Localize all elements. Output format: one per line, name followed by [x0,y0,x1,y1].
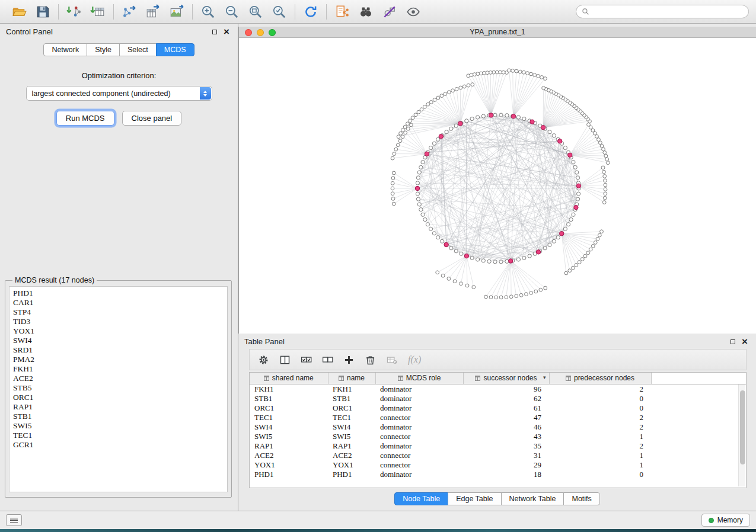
import-network-icon [66,4,82,20]
table-row-SWI5[interactable]: SWI5SWI5connector431 [250,432,746,441]
node-table: shared namenameMCDS rolesuccessor nodes▾… [250,373,746,479]
select-all-icon[interactable] [300,354,312,366]
table-row-ACE2[interactable]: ACE2ACE2connector311 [250,451,746,460]
export-network-button[interactable] [117,2,141,21]
control-panel-tabs: NetworkStyleSelectMCDS [0,43,238,56]
save-button[interactable] [31,2,55,21]
search-input[interactable] [592,8,743,16]
delete-column-icon[interactable] [364,354,377,366]
memory-button[interactable]: Memory [701,514,750,527]
table-row-ORC1[interactable]: ORC1ORC1dominator610 [250,403,746,413]
table-row-FKH1[interactable]: FKH1FKH1dominator962 [250,384,746,394]
table-scrollbar[interactable] [738,384,745,486]
tab-select[interactable]: Select [119,43,157,56]
right-area: YPA_prune.txt_1 Table Panel × f [238,24,756,511]
table-row-STB1[interactable]: STB1STB1dominator620 [250,394,746,403]
result-node[interactable]: STB5 [13,383,224,393]
column-header-successor-nodes[interactable]: successor nodes▾ [463,373,549,384]
result-node[interactable]: SWI4 [13,336,224,345]
import-table-icon [90,4,106,20]
tab-network-table[interactable]: Network Table [501,492,564,505]
column-header-predecessor-nodes[interactable]: predecessor nodes [549,373,651,384]
tab-network[interactable]: Network [43,43,87,56]
result-node[interactable]: PMA2 [13,355,224,364]
table-toolbar: f(x) [249,349,747,370]
result-node[interactable]: FKH1 [13,364,224,374]
tab-style[interactable]: Style [87,43,120,56]
panel-menu-button[interactable] [6,514,22,526]
table-row-TEC1[interactable]: TEC1TEC1connector472 [250,413,746,422]
float-panel-icon[interactable] [212,30,217,34]
window-controls [245,29,276,36]
result-node[interactable]: STP4 [13,307,224,317]
import-network-button[interactable] [62,2,86,21]
zoom-in-button[interactable] [196,2,220,21]
result-node[interactable]: STB1 [13,412,224,421]
table-row-YOX1[interactable]: YOX1YOX1connector291 [250,460,746,470]
columns-icon[interactable] [279,354,291,366]
float-table-panel-icon[interactable] [731,339,735,344]
save-icon [35,4,50,20]
column-header-shared-name[interactable]: shared name [250,373,328,384]
result-node[interactable]: GCR1 [13,440,224,450]
result-node[interactable]: ORC1 [13,393,224,402]
result-node[interactable]: RAP1 [13,402,224,412]
add-column-icon[interactable] [343,354,355,366]
open-file-button[interactable] [7,2,31,21]
result-node[interactable]: SRD1 [13,345,224,355]
zoom-fit-button[interactable] [244,2,267,21]
zoom-out-icon [224,4,240,20]
result-node[interactable]: PHD1 [13,289,224,298]
import-table-button[interactable] [86,2,110,21]
share-document-button[interactable] [330,2,354,21]
gear-icon[interactable] [257,354,270,366]
optimization-label: Optimization criterion: [0,71,238,80]
network-canvas[interactable] [239,38,756,334]
export-image-button[interactable] [165,2,189,21]
column-type-icon [339,376,344,381]
search-box[interactable] [576,5,749,18]
result-node[interactable]: YOX1 [13,326,224,336]
show-hide-button[interactable] [401,2,425,21]
find-button[interactable] [354,2,378,21]
scrollbar-thumb[interactable] [740,390,745,464]
column-header-name[interactable]: name [328,373,375,384]
zoom-selected-button[interactable] [267,2,291,21]
result-node[interactable]: TEC1 [13,431,224,440]
result-node[interactable]: TID3 [13,317,224,326]
graphics-details-button[interactable] [378,2,401,21]
apply-layout-button[interactable] [299,2,323,21]
mcds-result-title: MCDS result (17 nodes) [12,276,97,284]
zoom-out-button[interactable] [220,2,244,21]
minimize-window-icon[interactable] [257,29,264,36]
table-row-RAP1[interactable]: RAP1RAP1dominator352 [250,441,746,451]
table-row-SWI4[interactable]: SWI4SWI4dominator462 [250,422,746,432]
criterion-dropdown[interactable]: largest connected component (undirected) [26,86,212,101]
maximize-window-icon[interactable] [269,29,276,36]
zoom-in-icon [200,4,216,20]
eye-icon [406,4,421,20]
export-table-button[interactable] [141,2,165,21]
tab-node-table[interactable]: Node Table [394,492,448,505]
table-row-PHD1[interactable]: PHD1PHD1dominator180 [250,470,746,479]
run-mcds-button[interactable]: Run MCDS [56,111,114,126]
tab-mcds[interactable]: MCDS [156,43,194,56]
column-header-MCDS-role[interactable]: MCDS role [375,373,463,384]
tab-edge-table[interactable]: Edge Table [448,492,501,505]
tab-motifs[interactable]: Motifs [563,492,599,505]
close-window-icon[interactable] [245,29,252,36]
toolbar-separator [58,4,59,20]
network-titlebar[interactable]: YPA_prune.txt_1 [239,27,756,38]
zoom-selected-icon [272,4,287,20]
mcds-result-list[interactable]: PHD1CAR1STP4TID3YOX1SWI4SRD1PMA2FKH1ACE2… [9,286,228,492]
close-table-panel-icon[interactable]: × [742,339,748,345]
result-node[interactable]: CAR1 [13,298,224,307]
deselect-all-icon[interactable] [321,354,334,366]
column-type-icon [475,376,480,381]
node-table-body: FKH1FKH1dominator962STB1STB1dominator620… [250,384,746,479]
close-panel-button[interactable]: Close panel [122,111,182,126]
result-node[interactable]: ACE2 [13,374,224,383]
close-panel-icon[interactable]: × [224,29,229,35]
refresh-icon [303,4,318,20]
result-node[interactable]: SWI5 [13,421,224,431]
